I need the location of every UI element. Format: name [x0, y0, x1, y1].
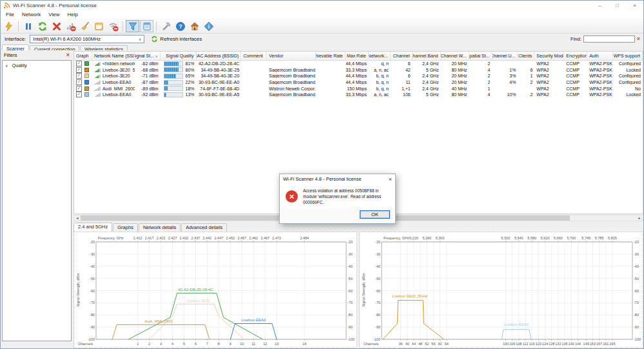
header-cell-network[interactable]: Network... — [369, 52, 391, 60]
table-row[interactable]: ✓Livebox-3E20_5GHz-68 dBm80%34-49-5B-40-… — [74, 67, 643, 74]
cell-chwidth: 20 MHz — [441, 74, 469, 78]
table-row[interactable]: ✓<hidden network>-62 dBm81%42-A2-DB-2D-2… — [74, 61, 643, 67]
scroll-right-arrow-icon[interactable]: ► — [636, 215, 643, 221]
detail-tabs: 2.4 and 5GHzGraphsNetwork detailsAdvance… — [73, 223, 228, 232]
svg-text:-100: -100 — [347, 337, 355, 341]
toolbar-button-export-window[interactable] — [92, 20, 106, 32]
header-cell-auth[interactable]: Auth — [587, 52, 613, 60]
table-row[interactable]: ✓Livebox-EEA0-87 dBm22%30-93-BC-9E-EE-A0… — [74, 79, 643, 86]
table-row[interactable]: ✓Audi_MMI_2600-89 dBm18%74-6F-F7-6E-68-4… — [74, 85, 643, 92]
interface-label: Interface: — [5, 36, 26, 42]
toolbar-button-filter-funnel[interactable] — [126, 20, 139, 32]
toolbar-button-signal-stop[interactable] — [64, 20, 77, 32]
toolbar-button-home[interactable] — [188, 20, 201, 32]
row-checkbox[interactable]: ✓ — [76, 92, 82, 97]
header-cell-mac[interactable]: MAC Address (BSSID) — [197, 52, 242, 60]
svg-text:2,457: 2,457 — [237, 236, 246, 240]
cell-ssid: Livebox-3E20_5GHz — [92, 68, 135, 72]
maximize-button[interactable]: □ — [609, 1, 626, 10]
svg-text:140: 140 — [569, 342, 574, 346]
cell-wps: Configured — [613, 80, 643, 85]
menu-item-network[interactable]: Network — [18, 12, 44, 17]
header-cell-util[interactable]: Channel U... — [493, 52, 518, 60]
row-checkbox[interactable]: ✓ — [76, 79, 82, 85]
scroll-left-arrow-icon[interactable]: ◄ — [74, 215, 81, 221]
detail-tab-network-details[interactable]: Network details — [139, 223, 181, 232]
detail-tab-2-4-and-5ghz[interactable]: 2.4 and 5GHz — [73, 223, 112, 232]
toolbar-button-notebook[interactable] — [140, 20, 153, 32]
svg-text:5,260: 5,260 — [422, 236, 431, 240]
header-cell-achievable[interactable]: Achievable Rate — [316, 52, 346, 60]
cell-clients: 6 — [518, 68, 534, 72]
header-cell-quality[interactable]: Signal Quality — [161, 52, 197, 60]
find-clear-icon[interactable]: × — [637, 36, 640, 42]
ok-button[interactable]: OK — [360, 210, 390, 219]
header-cell-channel[interactable]: Channel — [391, 52, 413, 60]
app-logo-icon — [3, 2, 10, 9]
refresh-icon — [37, 21, 48, 32]
dialog-close-icon[interactable]: × — [389, 176, 392, 183]
find-input[interactable] — [583, 35, 635, 43]
header-cell-maxrate[interactable]: Max Rate — [346, 52, 369, 60]
svg-text:5,745: 5,745 — [581, 236, 590, 240]
header-cell-chwidth[interactable]: Channel W... — [441, 52, 469, 60]
row-checkbox[interactable]: ✓ — [76, 73, 82, 79]
header-cell-ssid[interactable]: Network Name (SSID) — [92, 52, 135, 60]
toolbar-button-help[interactable]: ? — [173, 20, 187, 32]
tree-item-quality[interactable]: ∨ Quality — [5, 63, 68, 68]
toolbar-button-broom[interactable] — [78, 20, 92, 32]
header-cell-signal[interactable]: Signal St...∨ — [135, 52, 161, 60]
detail-tab-graphs[interactable]: Graphs — [113, 223, 138, 232]
cell-signal: -68 dBm — [135, 68, 161, 72]
series-color-swatch — [84, 68, 89, 72]
refresh-interfaces-button[interactable]: Refresh interfaces — [151, 35, 202, 43]
toolbar-button-lightning-bolt[interactable] — [2, 20, 15, 32]
header-cell-comment[interactable]: Comment — [241, 52, 267, 60]
toolbar-button-wifi-stop[interactable] — [106, 20, 120, 32]
toolbar-button-delete-x[interactable] — [50, 20, 63, 32]
header-cell-vendor[interactable]: Vendor — [267, 52, 316, 60]
chart-5ghz: -20-20-30-30-40-40-50-50-60-60-70-70-80-… — [360, 232, 643, 348]
header-cell-band[interactable]: Channel Band — [413, 52, 441, 60]
header-cell-clients[interactable]: Clients — [518, 52, 534, 60]
svg-text:8: 8 — [218, 342, 220, 346]
filters-header: Filters × — [2, 51, 72, 59]
svg-text:-40: -40 — [375, 264, 380, 268]
row-checkbox[interactable]: ✓ — [76, 61, 82, 66]
cell-chwidth: 20 MHz — [441, 61, 469, 66]
header-cell-encryption[interactable]: Encryption — [564, 52, 587, 60]
close-button[interactable]: × — [626, 1, 643, 10]
toolbar-button-pause[interactable] — [21, 20, 35, 32]
menu-item-help[interactable]: Help — [63, 12, 81, 17]
interface-select[interactable]: Intel(R) Wi-Fi 6 AX200 160MHz ∨ — [30, 35, 144, 43]
header-cell-spatial[interactable]: Spatial St... — [469, 52, 493, 60]
svg-text:5,540: 5,540 — [514, 236, 523, 240]
clear-filters-icon[interactable]: × — [66, 52, 70, 58]
minimize-button[interactable]: – — [591, 1, 609, 10]
row-checkbox[interactable]: ✓ — [76, 86, 82, 92]
cell-ssid: Livebox-EEA0 — [92, 80, 135, 85]
header-cell-wps[interactable]: WPS support — [613, 52, 643, 60]
svg-text:100: 100 — [503, 342, 509, 346]
menu-item-file[interactable]: File — [2, 12, 18, 17]
toolbar-button-info-diamond[interactable]: i — [202, 20, 215, 32]
svg-text:-50: -50 — [375, 277, 380, 281]
svg-text:Livebox-EEA0: Livebox-EEA0 — [504, 323, 529, 326]
filter-funnel-icon — [128, 21, 138, 32]
header-cell-security[interactable]: Security Mode — [534, 52, 564, 60]
cell-mac: 42-A2-DB-2D-28-4C — [197, 61, 242, 66]
table-row[interactable]: ✓Livebox-3E20-71 dBm65%34-49-5B-40-3E-20… — [74, 73, 643, 79]
toolbar-button-refresh[interactable] — [35, 20, 49, 32]
wifi-stop-icon — [108, 21, 119, 32]
detail-tab-advanced-details[interactable]: Advanced details — [181, 223, 227, 232]
menu-item-view[interactable]: View — [44, 12, 63, 17]
header-cell-graph[interactable]: Graph — [74, 52, 92, 60]
toolbar-button-wrench[interactable] — [159, 20, 173, 32]
refresh-interfaces-label: Refresh interfaces — [160, 36, 202, 42]
cell-wps: Configured — [613, 61, 643, 66]
window-title: Wi-Fi Scanner 4.8 - Personal license — [13, 3, 591, 8]
chevron-down-icon: ∨ — [139, 37, 141, 41]
row-checkbox[interactable]: ✓ — [76, 67, 82, 73]
cell-quality: 13% — [161, 92, 197, 97]
table-row[interactable]: ✓Livebox-EEA0-92 dBm13%30-93-BC-9E-EE-A5… — [74, 92, 643, 98]
